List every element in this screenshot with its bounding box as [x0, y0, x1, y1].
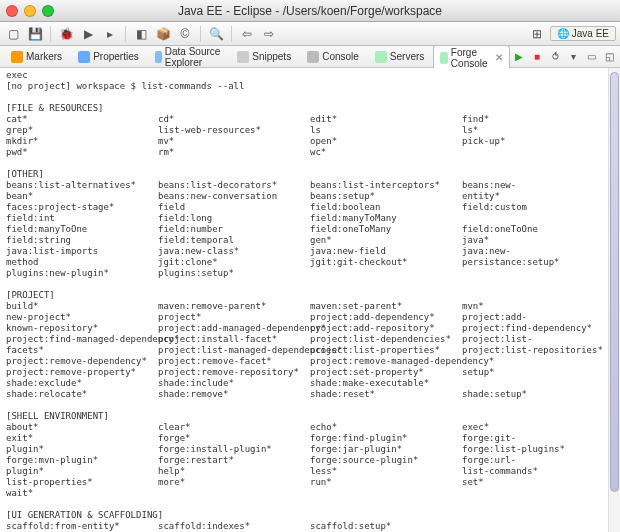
start-button[interactable]: ▶: [512, 50, 526, 64]
forge-icon: [440, 52, 448, 64]
new-button[interactable]: ▢: [4, 25, 22, 43]
separator: [50, 26, 51, 42]
maximize-view-button[interactable]: ◱: [602, 50, 616, 64]
tab-snippets[interactable]: Snippets: [230, 49, 298, 65]
window-title: Java EE - Eclipse - /Users/koen/Forge/wo…: [0, 4, 620, 18]
perspective-javaee[interactable]: 🌐 Java EE: [550, 26, 616, 41]
view-toolbar: ▶ ■ ⥀ ▾ ▭ ◱: [512, 50, 616, 64]
tab-label: Data Source Explorer: [165, 46, 221, 68]
tab-markers[interactable]: Markers: [4, 49, 69, 65]
minimize-view-button[interactable]: ▭: [584, 50, 598, 64]
console-icon: [307, 51, 319, 63]
tab-servers[interactable]: Servers: [368, 49, 431, 65]
stop-button[interactable]: ■: [530, 50, 544, 64]
main-toolbar: ▢ 💾 🐞 ▶ ▸ ◧ 📦 © 🔍 ⇦ ⇨ ⊞ 🌐 Java EE: [0, 22, 620, 46]
save-button[interactable]: 💾: [26, 25, 44, 43]
tab-label: Markers: [26, 51, 62, 62]
snippets-icon: [237, 51, 249, 63]
perspective-label: Java EE: [572, 28, 609, 39]
tab-forge-console[interactable]: Forge Console✕: [433, 45, 510, 71]
new-server-button[interactable]: ◧: [132, 25, 150, 43]
back-button[interactable]: ⇦: [238, 25, 256, 43]
forward-button[interactable]: ⇨: [260, 25, 278, 43]
link-button[interactable]: ⥀: [548, 50, 562, 64]
separator: [200, 26, 201, 42]
tab-data-source-explorer[interactable]: Data Source Explorer: [148, 44, 229, 70]
separator: [231, 26, 232, 42]
tab-label: Snippets: [252, 51, 291, 62]
tab-label: Forge Console: [451, 47, 492, 69]
tab-console[interactable]: Console: [300, 49, 366, 65]
package-button[interactable]: 📦: [154, 25, 172, 43]
java-ee-icon: 🌐: [557, 28, 569, 39]
close-icon[interactable]: ✕: [495, 52, 503, 63]
view-menu-button[interactable]: ▾: [566, 50, 580, 64]
forge-console-output[interactable]: exec [no project] workspace $ list-comma…: [0, 68, 620, 532]
window-titlebar: Java EE - Eclipse - /Users/koen/Forge/wo…: [0, 0, 620, 22]
open-perspective-button[interactable]: ⊞: [528, 25, 546, 43]
tab-properties[interactable]: Properties: [71, 49, 146, 65]
scrollbar-thumb[interactable]: [610, 72, 619, 492]
view-tab-bar: Markers Properties Data Source Explorer …: [0, 46, 620, 68]
class-button[interactable]: ©: [176, 25, 194, 43]
database-icon: [155, 51, 162, 63]
debug-button[interactable]: 🐞: [57, 25, 75, 43]
separator: [125, 26, 126, 42]
markers-icon: [11, 51, 23, 63]
perspective-switcher: ⊞ 🌐 Java EE: [528, 25, 616, 43]
run-button[interactable]: ▶: [79, 25, 97, 43]
tab-label: Servers: [390, 51, 424, 62]
properties-icon: [78, 51, 90, 63]
console-text: exec [no project] workspace $ list-comma…: [6, 70, 614, 532]
tab-label: Console: [322, 51, 359, 62]
search-button[interactable]: 🔍: [207, 25, 225, 43]
tab-label: Properties: [93, 51, 139, 62]
run-last-button[interactable]: ▸: [101, 25, 119, 43]
vertical-scrollbar[interactable]: [608, 68, 620, 532]
servers-icon: [375, 51, 387, 63]
